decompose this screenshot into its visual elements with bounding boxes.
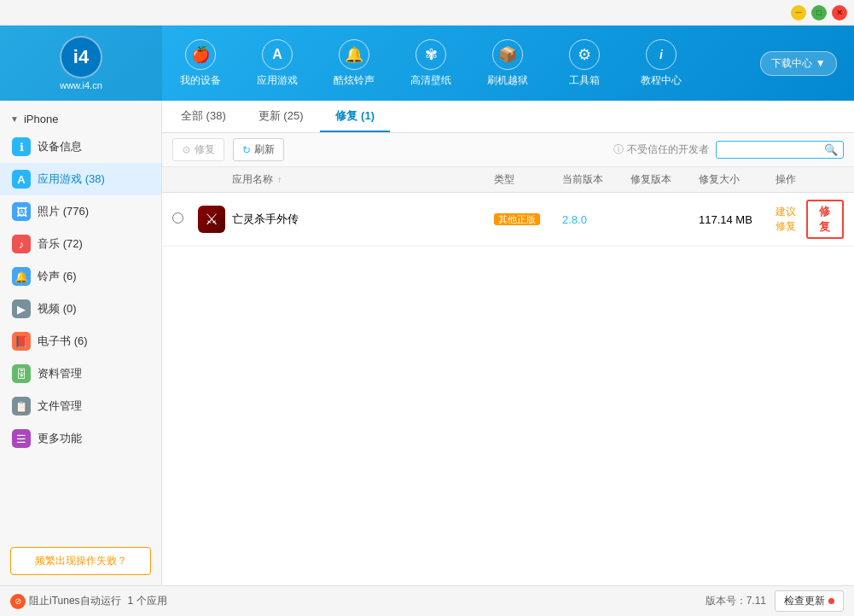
row-app-name: 亡灵杀手外传 <box>232 212 494 227</box>
check-update-label: 检查更新 <box>784 594 825 608</box>
header-right: 下载中心 ▼ <box>743 51 854 76</box>
sidebar-item-file-manage-label: 文件管理 <box>38 398 82 414</box>
tab-update[interactable]: 更新 (25) <box>243 102 319 132</box>
tabs-bar: 全部 (38) 更新 (25) 修复 (1) <box>162 101 854 133</box>
col-operation-header: 操作 <box>776 172 844 187</box>
main-area: ▼ iPhone ℹ 设备信息 A 应用游戏 (38) 🖼 照片 (776) ♪… <box>0 101 854 585</box>
repair-toolbar-label: 修复 <box>195 142 215 157</box>
refresh-icon: ↻ <box>242 144 251 156</box>
stop-icon: ⊘ <box>10 594 26 609</box>
col-type-header: 类型 <box>494 172 562 187</box>
sidebar-item-ringtone[interactable]: 🔔 铃声 (6) <box>0 260 161 293</box>
frequent-fail-button[interactable]: 频繁出现操作失败？ <box>10 547 151 575</box>
logo-icon: i4 <box>60 36 102 78</box>
sidebar-item-more-feature[interactable]: ☰ 更多功能 <box>0 422 161 455</box>
nav-item-ringtone[interactable]: 🔔 酷炫铃声 <box>316 26 392 101</box>
repair-toolbar-icon: ⚙ <box>182 144 191 156</box>
sidebar-item-data-manage[interactable]: 🗄 资料管理 <box>0 357 161 390</box>
nav-item-tutorial[interactable]: i 教程中心 <box>623 26 700 101</box>
app-icon-image: ⚔ <box>198 206 225 233</box>
nav-item-app-game[interactable]: A 应用游戏 <box>239 26 316 101</box>
row-checkbox[interactable] <box>172 212 198 226</box>
sidebar: ▼ iPhone ℹ 设备信息 A 应用游戏 (38) 🖼 照片 (776) ♪… <box>0 101 162 585</box>
search-input[interactable] <box>722 144 824 156</box>
ringtone-sidebar-icon: 🔔 <box>12 267 31 286</box>
nav-item-wallpaper[interactable]: ✾ 高清壁纸 <box>392 26 469 101</box>
sidebar-item-device-info[interactable]: ℹ 设备信息 <box>0 131 161 163</box>
search-box[interactable]: 🔍 <box>716 141 844 159</box>
header: i4 www.i4.cn 🍎 我的设备 A 应用游戏 🔔 酷炫铃声 ✾ 高清壁纸… <box>0 26 854 101</box>
info-circle-icon: ⓘ <box>613 142 624 157</box>
nav-item-tutorial-label: 教程中心 <box>641 73 682 88</box>
nav-item-toolbox-label: 工具箱 <box>569 73 600 88</box>
table-header: 应用名称 ↑ 类型 当前版本 修复版本 修复大小 操作 <box>162 167 854 193</box>
content-area: 全部 (38) 更新 (25) 修复 (1) ⚙ 修复 ↻ 刷新 ⓘ 不受信任的… <box>162 101 854 585</box>
sidebar-item-more-feature-label: 更多功能 <box>38 431 82 446</box>
wallpaper-icon: ✾ <box>415 39 446 70</box>
app-game-sidebar-icon: A <box>12 170 31 189</box>
sidebar-item-video[interactable]: ▶ 视频 (0) <box>0 293 161 325</box>
status-right: 版本号：7.11 检查更新 <box>706 590 844 612</box>
my-device-icon: 🍎 <box>185 39 216 70</box>
col-repair-size-header: 修复大小 <box>699 172 776 187</box>
nav-item-wallpaper-label: 高清壁纸 <box>410 73 451 88</box>
sidebar-bottom: 频繁出现操作失败？ <box>0 537 161 585</box>
untrusted-developer-label: ⓘ 不受信任的开发者 <box>613 142 709 157</box>
refresh-toolbar-label: 刷新 <box>254 142 275 157</box>
nav-item-jailbreak-label: 刷机越狱 <box>487 73 528 88</box>
version-info-label: 版本号：7.11 <box>706 594 766 608</box>
app-game-icon: A <box>262 39 293 70</box>
row-app-icon: ⚔ <box>198 206 232 233</box>
close-button[interactable]: ✕ <box>832 5 847 20</box>
app-count-label: 1 个应用 <box>128 594 167 608</box>
col-repair-ver-header: 修复版本 <box>630 172 699 187</box>
update-dot-icon <box>828 598 834 604</box>
type-badge: 其他正版 <box>494 213 540 225</box>
nav-item-my-device-label: 我的设备 <box>180 73 221 88</box>
jailbreak-icon: 📦 <box>492 39 523 70</box>
device-info-icon: ℹ <box>12 137 31 156</box>
toolbar: ⚙ 修复 ↻ 刷新 ⓘ 不受信任的开发者 🔍 <box>162 133 854 167</box>
check-update-button[interactable]: 检查更新 <box>775 590 844 612</box>
refresh-toolbar-button[interactable]: ↻ 刷新 <box>233 138 284 161</box>
row-current-version: 2.8.0 <box>562 213 630 226</box>
app-radio[interactable] <box>172 212 183 224</box>
row-app-type: 其他正版 <box>494 212 562 226</box>
title-bar: ─ □ ✕ <box>0 0 854 26</box>
sidebar-item-ringtone-label: 铃声 (6) <box>38 269 77 284</box>
tab-repair[interactable]: 修复 (1) <box>320 102 390 132</box>
sidebar-item-music[interactable]: ♪ 音乐 (72) <box>0 228 161 260</box>
repair-toolbar-button[interactable]: ⚙ 修复 <box>172 138 224 161</box>
file-manage-sidebar-icon: 📋 <box>12 397 31 416</box>
nav-items: 🍎 我的设备 A 应用游戏 🔔 酷炫铃声 ✾ 高清壁纸 📦 刷机越狱 ⚙ 工具箱… <box>162 26 743 101</box>
col-current-ver-header: 当前版本 <box>562 172 630 187</box>
sidebar-item-app-game[interactable]: A 应用游戏 (38) <box>0 163 161 195</box>
sidebar-item-ebook[interactable]: 📕 电子书 (6) <box>0 325 161 357</box>
nav-item-jailbreak[interactable]: 📦 刷机越狱 <box>469 26 546 101</box>
minimize-button[interactable]: ─ <box>791 5 806 20</box>
sidebar-item-file-manage[interactable]: 📋 文件管理 <box>0 390 161 422</box>
repair-button[interactable]: 修复 <box>806 200 844 239</box>
restore-button[interactable]: □ <box>811 5 827 20</box>
toolbar-right: ⓘ 不受信任的开发者 🔍 <box>613 141 844 159</box>
toolbox-icon: ⚙ <box>569 39 600 70</box>
tab-all[interactable]: 全部 (38) <box>166 102 241 132</box>
nav-item-my-device[interactable]: 🍎 我的设备 <box>162 26 239 101</box>
stop-itunes-button[interactable]: ⊘ 阻止iTunes自动运行 <box>10 594 121 609</box>
sidebar-item-photo-label: 照片 (776) <box>38 204 89 219</box>
table-row: ⚔ 亡灵杀手外传 其他正版 2.8.0 117.14 MB 建议修复 修复 <box>162 193 854 247</box>
sidebar-item-data-manage-label: 资料管理 <box>38 366 82 381</box>
sidebar-item-music-label: 音乐 (72) <box>38 236 83 252</box>
download-center-button[interactable]: 下载中心 ▼ <box>760 51 836 76</box>
suggest-repair-label: 建议修复 <box>776 205 801 234</box>
video-sidebar-icon: ▶ <box>12 299 31 318</box>
sidebar-item-video-label: 视频 (0) <box>38 301 77 317</box>
device-arrow-icon: ▼ <box>10 114 19 124</box>
logo-subtext: www.i4.cn <box>60 80 102 90</box>
sidebar-item-photo[interactable]: 🖼 照片 (776) <box>0 195 161 228</box>
nav-item-toolbox[interactable]: ⚙ 工具箱 <box>546 26 623 101</box>
nav-item-ringtone-label: 酷炫铃声 <box>334 73 375 88</box>
sidebar-item-ebook-label: 电子书 (6) <box>38 334 88 349</box>
device-label: ▼ iPhone <box>0 108 161 131</box>
search-icon: 🔍 <box>824 143 838 156</box>
